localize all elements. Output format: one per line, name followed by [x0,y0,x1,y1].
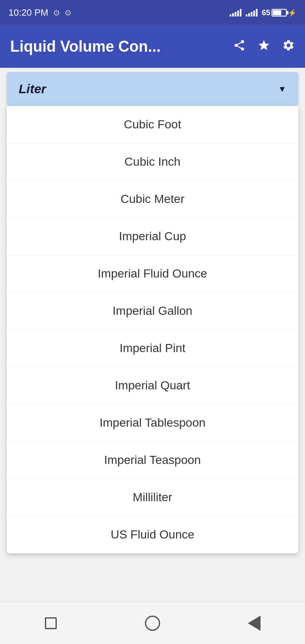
dropdown-list: Cubic FootCubic InchCubic MeterImperial … [7,106,298,553]
signal-bars-2 [246,9,258,17]
list-item[interactable]: Imperial Fluid Ounce [7,255,298,292]
list-item[interactable]: Imperial Pint [7,330,298,367]
location-icon-1: ⊙ [53,8,60,17]
list-item[interactable]: Cubic Foot [7,106,298,143]
list-item[interactable]: Cubic Inch [7,143,298,180]
app-title: Liquid Volume Con... [10,38,225,56]
dropdown-selected-label: Liter [19,82,46,96]
app-bar-icons [233,39,295,55]
list-item[interactable]: Imperial Gallon [7,292,298,330]
status-bar: 10:20 PM ⊙ ⊙ 65 ⚡ [0,0,305,25]
list-item[interactable]: Cubic Meter [7,180,298,218]
settings-icon[interactable] [282,39,295,55]
favorite-icon[interactable] [258,39,270,55]
battery-icon [272,9,287,17]
circle-icon [145,616,160,631]
unit-dropdown[interactable]: Liter ▼ [7,72,298,106]
time-display: 10:20 PM [8,7,48,18]
signal-bars-1 [230,9,241,17]
back-button[interactable] [244,613,265,634]
recent-apps-button[interactable] [40,613,61,634]
square-icon [45,617,57,629]
home-button[interactable] [142,613,163,634]
main-content: Liter ▼ Cubic FootCubic InchCubic MeterI… [0,68,305,644]
location-icon-2: ⊙ [65,8,71,17]
status-bar-left: 10:20 PM ⊙ ⊙ [8,7,71,18]
list-item[interactable]: Imperial Cup [7,218,298,255]
app-bar: Liquid Volume Con... [0,25,305,68]
list-item[interactable]: Milliliter [7,479,298,516]
charging-icon: ⚡ [288,9,297,17]
battery-indicator: 65 ⚡ [262,8,297,17]
list-item[interactable]: Imperial Quart [7,367,298,404]
triangle-icon [248,616,261,631]
nav-bar [0,602,305,644]
share-icon[interactable] [233,39,246,55]
chevron-down-icon: ▼ [278,84,286,94]
battery-percentage: 65 [262,8,270,17]
list-item[interactable]: US Fluid Ounce [7,516,298,553]
list-item[interactable]: Imperial Teaspoon [7,441,298,479]
list-item[interactable]: Imperial Tablespoon [7,404,298,441]
status-bar-right: 65 ⚡ [230,8,297,17]
